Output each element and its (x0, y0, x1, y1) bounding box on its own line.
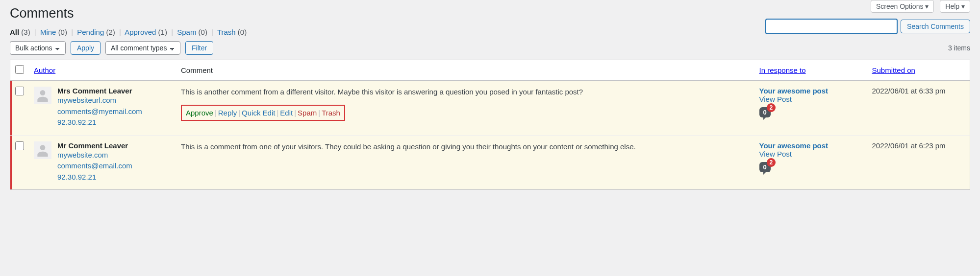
response-post-link[interactable]: Your awesome post (759, 141, 862, 150)
filter-spam[interactable]: Spam (177, 28, 196, 36)
submitted-on: 2022/06/01 at 6:23 pm (867, 135, 970, 190)
comment-count-bubble-wrap: 02 (759, 107, 771, 117)
comment-count-bubble-wrap: 02 (759, 162, 771, 172)
filter-approved-count: (1) (158, 28, 167, 36)
author-cell: Mrs Comment Leavermywebsiteurl.comcommen… (34, 87, 171, 128)
col-submitted[interactable]: Submitted on (872, 66, 915, 74)
col-response[interactable]: In response to (759, 66, 806, 74)
screen-meta: Screen Options ▾ Help ▾ (871, 0, 970, 13)
filter-trash-count: (0) (238, 28, 247, 36)
view-post-link[interactable]: View Post (759, 95, 862, 103)
screen-options-button[interactable]: Screen Options ▾ (871, 0, 934, 13)
search-input[interactable] (765, 19, 898, 34)
row-actions: Approve|Reply|Quick Edit|Edit|Spam|Trash (181, 105, 345, 121)
author-ip-link[interactable]: 92.30.92.21 (57, 172, 132, 183)
spam-link[interactable]: Spam (298, 109, 317, 117)
search-button[interactable]: Search Comments (901, 20, 970, 33)
table-row: Mrs Comment Leavermywebsiteurl.comcommen… (10, 81, 970, 136)
author-info: Mr Comment Leavermywebsite.comcomments@e… (57, 141, 132, 183)
author-name: Mrs Comment Leaver (57, 87, 142, 95)
filter-button[interactable]: Filter (185, 41, 213, 55)
comment-type-select[interactable]: All comment types (105, 41, 180, 55)
edit-link[interactable]: Edit (280, 109, 293, 117)
items-count: 3 items (948, 44, 970, 52)
search-row: Search Comments (765, 19, 970, 34)
approve-link[interactable]: Approve (186, 109, 213, 117)
reply-link[interactable]: Reply (218, 109, 237, 117)
filter-all-count: (3) (21, 28, 30, 36)
select-all-checkbox[interactable] (15, 65, 24, 74)
filter-mine[interactable]: Mine (40, 28, 56, 36)
avatar (34, 87, 51, 104)
bulk-actions-select[interactable]: Bulk actions (10, 41, 66, 55)
col-author[interactable]: Author (34, 66, 55, 74)
author-cell: Mr Comment Leavermywebsite.comcomments@e… (34, 141, 171, 183)
quick-edit-link[interactable]: Quick Edit (242, 109, 275, 117)
author-email-link[interactable]: comments@myemail.com (57, 106, 142, 117)
author-info: Mrs Comment Leavermywebsiteurl.comcommen… (57, 87, 142, 128)
filter-approved[interactable]: Approved (125, 28, 156, 36)
filter-spam-count: (0) (199, 28, 207, 36)
author-ip-link[interactable]: 92.30.92.21 (57, 117, 142, 128)
submitted-on: 2022/06/01 at 6:33 pm (867, 81, 970, 136)
row-checkbox[interactable] (15, 87, 24, 95)
filter-pending-count: (2) (106, 28, 115, 36)
pending-badge: 2 (767, 158, 776, 167)
view-post-link[interactable]: View Post (759, 150, 862, 158)
filter-all[interactable]: All (10, 28, 19, 36)
row-checkbox[interactable] (15, 141, 24, 150)
author-email-link[interactable]: comments@email.com (57, 161, 132, 172)
author-url-link[interactable]: mywebsiteurl.com (57, 95, 142, 106)
avatar (34, 141, 51, 159)
response-post-link[interactable]: Your awesome post (759, 87, 862, 95)
comment-text: This is another comment from a different… (181, 87, 750, 98)
author-url-link[interactable]: mywebsite.com (57, 150, 132, 161)
help-button[interactable]: Help ▾ (940, 0, 970, 13)
pending-badge: 2 (767, 103, 776, 112)
table-row: Mr Comment Leavermywebsite.comcomments@e… (10, 135, 970, 190)
apply-button[interactable]: Apply (71, 41, 101, 55)
tablenav-top: Bulk actions Apply All comment types Fil… (10, 41, 970, 55)
col-comment: Comment (176, 60, 754, 81)
author-name: Mr Comment Leaver (57, 141, 132, 150)
filter-mine-count: (0) (58, 28, 67, 36)
comment-text: This is a comment from one of your visit… (181, 141, 750, 153)
filter-trash[interactable]: Trash (217, 28, 236, 36)
filter-pending[interactable]: Pending (77, 28, 104, 36)
trash-link[interactable]: Trash (322, 109, 340, 117)
comments-table: Author Comment In response to Submitted … (10, 60, 970, 190)
